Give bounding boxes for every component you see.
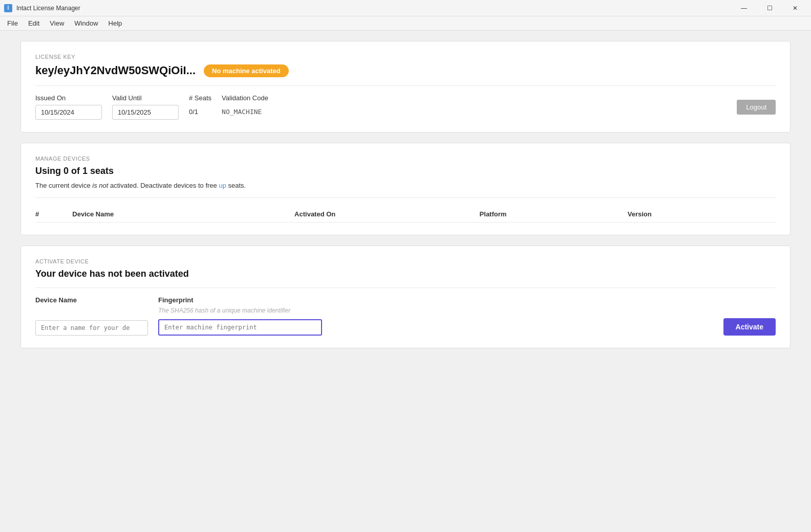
validation-code-label: Validation Code — [222, 94, 268, 102]
menu-file[interactable]: File — [2, 17, 23, 29]
menu-edit[interactable]: Edit — [23, 17, 45, 29]
seats-description: The current device is not activated. Dea… — [35, 182, 776, 189]
app-title: Intact License Manager — [16, 5, 80, 12]
issued-on-value: 10/15/2024 — [35, 105, 102, 120]
main-content: LICENSE KEY key/eyJhY2NvdW50SWQiOiI... N… — [0, 31, 811, 532]
license-key-section-label: LICENSE KEY — [35, 54, 776, 60]
col-header-num: # — [35, 206, 72, 223]
menu-window[interactable]: Window — [69, 17, 103, 29]
title-bar: I Intact License Manager — ☐ ✕ — [0, 0, 811, 16]
activate-device-title: Your device has not been activated — [35, 269, 776, 279]
device-name-group: Device Name — [35, 296, 148, 336]
seats-label: # Seats — [189, 94, 211, 102]
title-bar-controls: — ☐ ✕ — [732, 0, 807, 16]
devices-table-header-row: # Device Name Activated On Platform Vers… — [35, 206, 776, 223]
activate-device-card: ACTIVATE DEVICE Your device has not been… — [20, 246, 791, 348]
device-name-input[interactable] — [35, 320, 148, 336]
manage-devices-card: MANAGE DEVICES Using 0 of 1 seats The cu… — [20, 143, 791, 235]
logout-button[interactable]: Logout — [737, 100, 776, 115]
menu-help[interactable]: Help — [103, 17, 127, 29]
license-key-title-row: key/eyJhY2NvdW50SWQiOiI... No machine ac… — [35, 64, 776, 77]
fingerprint-sublabel: The SHA256 hash of a unique machine iden… — [158, 307, 322, 314]
issued-on-label: Issued On — [35, 94, 102, 102]
menu-view[interactable]: View — [45, 17, 69, 29]
license-fields-row: Issued On 10/15/2024 Valid Until 10/15/2… — [35, 94, 776, 120]
activate-device-section-label: ACTIVATE DEVICE — [35, 258, 776, 264]
device-name-label: Device Name — [35, 296, 148, 304]
col-header-device-name: Device Name — [72, 206, 294, 223]
maximize-button[interactable]: ☐ — [758, 0, 781, 16]
devices-divider — [35, 197, 776, 198]
valid-until-group: Valid Until 10/15/2025 — [112, 94, 179, 120]
manage-devices-section-label: MANAGE DEVICES — [35, 156, 776, 162]
close-button[interactable]: ✕ — [783, 0, 807, 16]
col-header-platform: Platform — [480, 206, 628, 223]
validation-code-value: NO_MACHINE — [222, 105, 268, 119]
desc-italic: is not — [92, 182, 108, 189]
activate-fields-row: Device Name Fingerprint The SHA256 hash … — [35, 296, 776, 336]
valid-until-label: Valid Until — [112, 94, 179, 102]
minimize-button[interactable]: — — [732, 0, 756, 16]
license-divider — [35, 85, 776, 86]
menu-bar: File Edit View Window Help — [0, 16, 811, 31]
license-key-value: key/eyJhY2NvdW50SWQiOiI... — [35, 64, 196, 77]
activate-button[interactable]: Activate — [723, 318, 776, 336]
devices-table: # Device Name Activated On Platform Vers… — [35, 206, 776, 223]
col-header-version: Version — [628, 206, 776, 223]
col-header-activated-on: Activated On — [294, 206, 480, 223]
license-key-card: LICENSE KEY key/eyJhY2NvdW50SWQiOiI... N… — [20, 41, 791, 132]
fingerprint-group: Fingerprint The SHA256 hash of a unique … — [158, 296, 322, 336]
app-icon: I — [4, 4, 12, 12]
desc-highlight: up — [219, 182, 226, 189]
title-bar-left: I Intact License Manager — [4, 4, 80, 12]
no-machine-badge: No machine activated — [204, 64, 289, 77]
fingerprint-label: Fingerprint — [158, 296, 322, 304]
seats-value: 0/1 — [189, 105, 211, 119]
validation-code-group: Validation Code NO_MACHINE — [222, 94, 268, 119]
seats-group: # Seats 0/1 — [189, 94, 211, 119]
issued-on-group: Issued On 10/15/2024 — [35, 94, 102, 120]
desc-part3: seats. — [226, 182, 246, 189]
fingerprint-input[interactable] — [158, 319, 322, 336]
activate-divider — [35, 287, 776, 288]
seats-title: Using 0 of 1 seats — [35, 166, 776, 176]
desc-part2: activated. Deactivate devices to free — [108, 182, 219, 189]
desc-part1: The current device — [35, 182, 92, 189]
valid-until-value: 10/15/2025 — [112, 105, 179, 120]
